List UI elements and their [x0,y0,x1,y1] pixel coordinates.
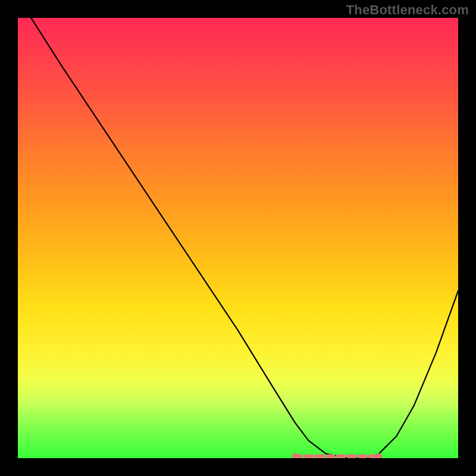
chart-frame: TheBottleneck.com [0,0,476,476]
plot-area [18,18,458,458]
watermark-text: TheBottleneck.com [346,2,469,18]
bottleneck-curve [31,18,458,458]
optimal-marker-dot [376,453,382,458]
chart-svg [18,18,458,458]
optimal-marker-dot [292,453,298,458]
